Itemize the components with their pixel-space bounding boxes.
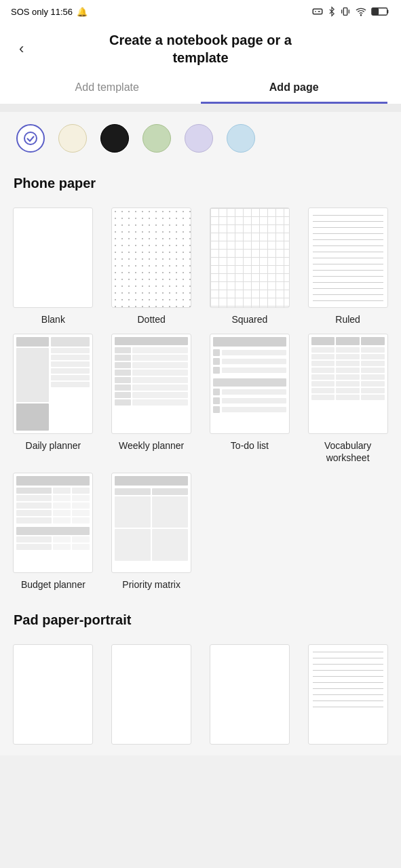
thumb-weekly <box>111 334 191 434</box>
template-priority-matrix[interactable]: Priority matrix <box>105 473 198 591</box>
section-divider <box>0 104 401 112</box>
color-selector <box>0 112 401 165</box>
pad-paper-section: Pad paper-portrait <box>0 601 401 644</box>
label-priority: Priority matrix <box>122 578 180 591</box>
pad-template-ruled[interactable] <box>301 644 394 745</box>
label-squared: Squared <box>231 313 267 326</box>
label-ruled: Ruled <box>335 313 360 326</box>
phone-paper-section: Phone paper <box>0 165 401 208</box>
template-todo-list[interactable]: To-do list <box>204 334 297 464</box>
thumb-ruled <box>308 208 388 308</box>
nfc-icon <box>311 5 324 18</box>
sos-label: SOS only 11:56 <box>11 7 73 17</box>
phone-paper-grid: Blank Dotted Squared Ruled <box>0 208 401 601</box>
svg-rect-1 <box>343 8 347 16</box>
tab-add-page[interactable]: Add page <box>201 72 388 104</box>
page-title: Create a notebook page or atemplate <box>109 31 292 66</box>
pad-template-dotted[interactable] <box>105 644 198 745</box>
template-weekly-planner[interactable]: Weekly planner <box>105 334 198 464</box>
color-lightblue[interactable] <box>227 124 255 153</box>
tab-add-template[interactable]: Add template <box>14 72 201 104</box>
thumb-budget <box>13 473 93 573</box>
pad-template-blank[interactable] <box>7 644 100 745</box>
thumb-dotted <box>111 208 191 308</box>
pad-paper-grid <box>0 644 401 755</box>
bell-icon: 🔔 <box>77 7 88 17</box>
svg-point-5 <box>24 132 37 144</box>
status-left: SOS only 11:56 🔔 <box>11 7 88 17</box>
thumb-squared <box>210 208 290 308</box>
wifi-icon <box>354 6 368 17</box>
thumb-priority <box>111 473 191 573</box>
status-bar: SOS only 11:56 🔔 <box>0 0 401 23</box>
color-lavender[interactable] <box>185 124 213 153</box>
pad-thumb-blank <box>13 644 93 745</box>
header-row: ‹ Create a notebook page or atemplate <box>14 31 387 66</box>
label-daily: Daily planner <box>26 439 81 452</box>
label-vocab: Vocabulary worksheet <box>301 439 394 464</box>
template-ruled[interactable]: Ruled <box>301 208 394 326</box>
pad-thumb-dotted <box>111 644 191 745</box>
thumb-blank <box>13 208 93 308</box>
header: ‹ Create a notebook page or atemplate Ad… <box>0 23 401 104</box>
svg-point-2 <box>360 15 361 16</box>
vibrate-icon <box>340 5 351 18</box>
template-budget[interactable]: Budget planner <box>7 473 100 591</box>
template-vocab[interactable]: Vocabulary worksheet <box>301 334 394 464</box>
template-dotted[interactable]: Dotted <box>105 208 198 326</box>
tabs-container: Add template Add page <box>14 72 387 104</box>
thumb-todo <box>210 334 290 434</box>
check-icon <box>24 132 37 145</box>
pad-thumb-ruled <box>308 644 388 745</box>
status-right <box>311 5 390 18</box>
thumb-vocab <box>308 334 388 434</box>
back-button[interactable]: ‹ <box>14 37 29 60</box>
template-squared[interactable]: Squared <box>204 208 297 326</box>
label-budget: Budget planner <box>21 578 85 591</box>
label-weekly: Weekly planner <box>119 439 184 452</box>
bluetooth-icon <box>327 5 337 18</box>
color-cream[interactable] <box>58 124 87 153</box>
template-daily-planner[interactable]: Daily planner <box>7 334 100 464</box>
svg-rect-4 <box>373 9 379 15</box>
pad-paper-title: Pad paper-portrait <box>14 612 387 628</box>
label-dotted: Dotted <box>138 313 166 326</box>
svg-rect-0 <box>313 9 322 14</box>
phone-paper-title: Phone paper <box>14 176 387 191</box>
color-green[interactable] <box>142 124 171 153</box>
label-blank: Blank <box>41 313 65 326</box>
pad-thumb-squared <box>210 644 290 745</box>
color-black[interactable] <box>100 124 129 153</box>
template-blank[interactable]: Blank <box>7 208 100 326</box>
thumb-daily <box>13 334 93 434</box>
pad-template-squared[interactable] <box>204 644 297 745</box>
battery-icon <box>371 6 390 17</box>
color-white[interactable] <box>16 124 45 153</box>
label-todo: To-do list <box>231 439 269 452</box>
